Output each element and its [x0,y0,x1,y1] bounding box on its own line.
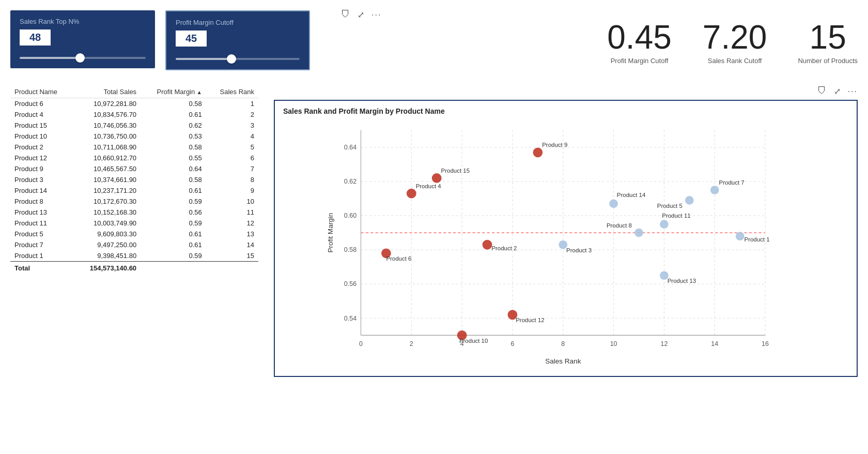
scatter-point-label: Product 8 [607,222,632,229]
bottom-row: Product Name Total Sales Profit Margin ▲… [10,86,858,377]
scatter-point[interactable] [533,147,542,157]
svg-text:0: 0 [359,340,363,347]
main-container: ⛉ ⤢ ··· Sales Rank Top N% 48 Profit Marg… [0,0,868,454]
table-row[interactable]: Product 910,465,567.500.647 [10,163,258,174]
svg-text:0.60: 0.60 [344,212,357,219]
chart-filter-icon[interactable]: ⛉ [817,86,827,97]
scatter-point-label: Product 10 [459,338,488,344]
svg-text:8: 8 [561,340,565,347]
table-row[interactable]: Product 79,497,250.000.6114 [10,239,258,250]
table-row[interactable]: Product 1510,746,056.300.623 [10,120,258,131]
slider2-track[interactable] [176,58,300,60]
svg-text:0.56: 0.56 [344,280,357,287]
kpi-sales-rank-value: 7.20 [703,21,767,54]
scatter-point-label: Product 9 [542,142,567,148]
svg-text:0.62: 0.62 [344,178,357,185]
slider2-title: Profit Margin Cutoff [176,19,300,26]
svg-text:0.64: 0.64 [344,144,357,151]
slider1-title: Sales Rank Top N% [20,18,146,25]
scatter-point[interactable] [634,229,643,237]
scatter-point-label: Product 11 [662,213,690,219]
expand-icon[interactable]: ⤢ [358,10,364,20]
chart-wrapper: ⛉ ⤢ ··· Sales Rank and Profit Margin by … [274,86,858,377]
kpi-profit-margin: 0.45 Profit Margin Cutoff [607,21,672,65]
scatter-point-label: Product 5 [657,203,683,209]
scatter-point-label: Product 14 [617,192,646,198]
svg-text:14: 14 [711,340,718,347]
chart-expand-icon[interactable]: ⤢ [834,86,841,96]
scatter-svg: 0.540.560.580.600.620.640246810121416Sal… [283,119,848,368]
sales-rank-slider-card: Sales Rank Top N% 48 [10,10,155,68]
table-row[interactable]: Product 310,374,661.900.588 [10,174,258,185]
svg-text:0.54: 0.54 [344,315,357,322]
table-row[interactable]: Product 1410,237,171.200.619 [10,185,258,196]
col-profit-margin[interactable]: Profit Margin ▲ [141,86,206,98]
table-row[interactable]: Product 1210,660,912.700.556 [10,153,258,163]
scatter-point-label: Product 4 [416,183,442,189]
table-row[interactable]: Product 810,172,670.300.5910 [10,196,258,207]
table-container: Product Name Total Sales Profit Margin ▲… [10,86,258,274]
table-row[interactable]: Product 1310,152,168.300.5611 [10,207,258,218]
slider2-value[interactable]: 45 [176,31,207,47]
scatter-point[interactable] [736,232,745,240]
svg-text:6: 6 [510,340,514,347]
svg-text:16: 16 [762,340,769,347]
svg-text:Profit Margin: Profit Margin [327,213,334,253]
table-row[interactable]: Product 19,398,451.800.5915 [10,250,258,262]
products-table: Product Name Total Sales Profit Margin ▲… [10,86,258,274]
kpi-profit-margin-label: Profit Margin Cutoff [607,57,672,65]
total-row: Total 154,573,140.60 [10,262,258,274]
kpi-num-products-value: 15 [798,21,858,54]
scatter-point[interactable] [685,196,694,205]
chart-more-icon[interactable]: ··· [848,87,858,96]
scatter-point[interactable] [609,200,618,208]
col-product-name[interactable]: Product Name [10,86,73,98]
col-sales-rank[interactable]: Sales Rank [206,86,258,98]
scatter-chart: Sales Rank and Profit Margin by Product … [274,100,858,377]
table-row[interactable]: Product 410,834,576.700.612 [10,109,258,120]
svg-text:2: 2 [410,340,413,347]
scatter-point-label: Product 6 [386,255,411,262]
kpi-profit-margin-value: 0.45 [607,21,672,54]
table-row[interactable]: Product 1010,736,750.000.534 [10,131,258,142]
svg-text:12: 12 [660,340,668,347]
svg-text:0.58: 0.58 [344,246,357,253]
svg-text:Sales Rank: Sales Rank [545,357,581,365]
scatter-point-label: Product 12 [516,317,544,323]
svg-text:10: 10 [610,340,617,347]
kpi-sales-rank: 7.20 Sales Rank Cutoff [703,21,767,65]
slider1-value[interactable]: 48 [20,29,51,46]
col-total-sales[interactable]: Total Sales [73,86,141,98]
table-row[interactable]: Product 59,609,803.300.6113 [10,229,258,239]
scatter-point[interactable] [407,189,416,199]
scatter-point-label: Product 15 [441,168,470,174]
chart-area: 0.540.560.580.600.620.640246810121416Sal… [283,119,848,368]
scatter-point-label: Product 3 [566,247,592,253]
table-row[interactable]: Product 610,972,281.800.581 [10,98,258,110]
total-label: Total [10,262,73,274]
scatter-point-label: Product 13 [668,278,696,284]
scatter-point[interactable] [432,173,442,183]
scatter-point-label: Product 7 [719,179,745,186]
scatter-point-label: Product 2 [491,245,517,251]
table-row[interactable]: Product 210,711,068.900.585 [10,142,258,153]
chart-title: Sales Rank and Profit Margin by Product … [283,107,848,115]
table-row[interactable]: Product 1110,003,749.900.5912 [10,218,258,229]
kpi-num-products: 15 Number of Products [798,21,858,65]
scatter-point[interactable] [710,186,719,194]
profit-margin-slider-card: Profit Margin Cutoff 45 [165,10,310,70]
total-value: 154,573,140.60 [73,262,141,274]
kpi-num-products-label: Number of Products [798,57,858,65]
more-icon[interactable]: ··· [371,10,381,20]
top-row: Sales Rank Top N% 48 Profit Margin Cutof… [10,10,858,70]
scatter-point[interactable] [660,220,669,229]
filter-icon[interactable]: ⛉ [341,9,350,20]
kpi-sales-rank-label: Sales Rank Cutoff [703,57,767,65]
scatter-point[interactable] [483,240,492,250]
slider1-track[interactable] [20,57,146,59]
kpi-area: 0.45 Profit Margin Cutoff 7.20 Sales Ran… [607,10,858,65]
scatter-point-label: Product 1 [745,236,770,243]
